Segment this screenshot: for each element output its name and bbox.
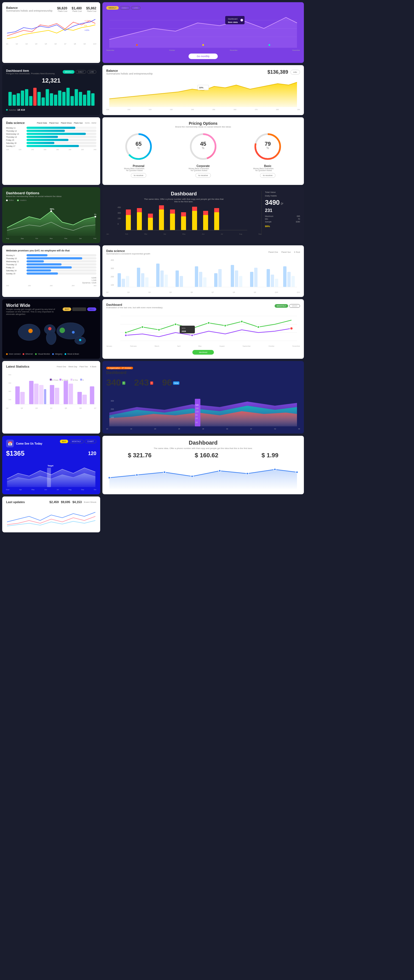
svg-text:E Fine: E Fine xyxy=(73,379,78,381)
pricing-item-1: 65 % Presonal Money Back Guarantee. No Q… xyxy=(123,131,154,178)
svg-rect-65 xyxy=(159,210,164,230)
stat-243-badge: + xyxy=(150,382,153,385)
dashboard-2-title: Dashboard xyxy=(106,303,162,306)
svg-point-119 xyxy=(79,339,81,341)
l5-label: Mood & Brain xyxy=(67,353,79,355)
svg-rect-162 xyxy=(80,379,82,380)
wb-bar-2 xyxy=(27,257,82,259)
svg-text:450: 450 xyxy=(118,207,121,208)
dashboard-item-header: Dashboard item Penguin free downloads. P… xyxy=(6,69,96,75)
webstate-bars: Monday 9 Thursday 10 Wednesday 11 xyxy=(6,254,96,275)
bar-7 xyxy=(27,145,79,147)
webstate-card: Webstate promises you DAT; no employee w… xyxy=(2,245,100,297)
world-input[interactable] xyxy=(72,307,86,311)
tab-buy[interactable]: BUY xyxy=(60,440,68,443)
world-select-btn[interactable]: SELL xyxy=(87,307,96,311)
wb-2 xyxy=(27,257,96,259)
tab-daily-2[interactable]: DAILY xyxy=(76,70,86,74)
svg-rect-15 xyxy=(13,95,16,106)
svg-rect-108 xyxy=(291,276,295,287)
bar-bg-6 xyxy=(27,142,96,144)
svg-point-132 xyxy=(257,326,260,328)
tab-monthly[interactable]: MONTHLY xyxy=(275,304,288,308)
svg-rect-101 xyxy=(250,272,253,287)
svg-text:58%: 58% xyxy=(50,208,54,210)
dashboard-2-subtitle: A deviation of the last one, but with ev… xyxy=(106,306,162,309)
latest-stats-chart: 500 400 300 200 E xyxy=(6,370,96,406)
svg-point-129 xyxy=(207,322,210,324)
data-science-2-title: Data science xyxy=(106,249,150,253)
pricing-3-btn[interactable]: to receive xyxy=(260,173,276,178)
wb-4 xyxy=(27,263,96,266)
svg-rect-72 xyxy=(192,207,197,211)
balance-x-axis: Q1 Q2 Q3 Q4 Q5 Q6 Q7 Q8 Q9 Q10 xyxy=(6,43,96,45)
come-see-title: Come See Us Today xyxy=(16,442,42,445)
svg-text:%: % xyxy=(137,146,140,150)
tab-chart[interactable]: CHART xyxy=(85,440,96,443)
svg-text:E Group: E Group xyxy=(62,379,68,381)
stat-dynamos: Dynamos: 4,626 xyxy=(82,282,96,284)
purple-wave-card: WEEKLY DAILY LIVE Dashboard Item data xyxy=(102,2,304,63)
balance-yellow-card: Balance Summarizes holistic and entrepre… xyxy=(102,65,304,115)
currency-symbol: $ xyxy=(6,450,10,457)
total-value-label: Total Value xyxy=(265,191,300,194)
world-buy-btn[interactable]: BUY xyxy=(63,307,71,311)
ls-col1: Finest One xyxy=(57,366,66,368)
dashboard-2-btn-row: declined xyxy=(106,349,300,355)
legend-readers: readers xyxy=(17,199,27,201)
come-see-tabs: BUY MONTHLY CHART xyxy=(60,440,96,443)
pricing-subtitle: Brand the membership ideas on social net… xyxy=(106,126,300,128)
svg-rect-69 xyxy=(181,216,186,230)
d4-stat-1: $ 321.76 xyxy=(128,452,151,459)
data-science-cols: Planet Data Planet Sun Planet Show Plank… xyxy=(37,122,96,124)
dashboard-options-card: Dashboard Options Brand the membership i… xyxy=(2,187,100,243)
tab-live-2[interactable]: LIVE xyxy=(87,70,96,74)
svg-rect-76 xyxy=(214,208,219,212)
purple-cta-button[interactable]: Go monthly xyxy=(188,54,218,59)
data-science-2-cols: Planet One Planet Sun K Root xyxy=(268,251,300,253)
svg-text:520: 520 xyxy=(196,404,199,406)
wb-bar-7 xyxy=(27,272,58,275)
world-map-svg xyxy=(6,317,96,350)
legend-row-2: Min 70 xyxy=(265,218,300,220)
dashboard-dark-right: Total Value Daily Habits 3490 0² 231 Max… xyxy=(261,191,300,235)
svg-point-184 xyxy=(136,474,138,476)
wb-bar-1 xyxy=(27,254,48,256)
svg-rect-59 xyxy=(126,215,131,230)
svg-rect-25 xyxy=(54,95,57,106)
svg-text:200: 200 xyxy=(8,399,11,401)
tab-weekly-2[interactable]: WEEKLY xyxy=(63,70,75,74)
pricing-1-btn[interactable]: to receive xyxy=(131,173,146,178)
daily-habits-label: Daily Habits xyxy=(265,194,300,197)
svg-rect-22 xyxy=(42,97,45,106)
tab-daily[interactable]: DAILY xyxy=(120,6,130,10)
svg-rect-154 xyxy=(83,395,87,404)
lu-stat2: $9,695 xyxy=(61,500,70,504)
svg-text:%: % xyxy=(202,146,204,150)
legend-min-val: 70 xyxy=(298,218,300,220)
satisfied-value: 18 410 xyxy=(18,108,25,111)
svg-rect-14 xyxy=(8,92,12,106)
svg-rect-87 xyxy=(145,277,148,287)
tab-weekly[interactable]: WEEKLY xyxy=(106,6,119,10)
svg-rect-103 xyxy=(267,269,270,287)
svg-rect-90 xyxy=(164,275,168,287)
svg-rect-20 xyxy=(33,88,37,106)
row-7: Latest Statistics Finest One Week Day Pl… xyxy=(2,361,412,434)
svg-rect-32 xyxy=(83,95,86,106)
pricing-title: Pricing Options xyxy=(106,121,300,126)
balance-stats: $6,620 Plank Cost $1,480 Plank Cost $5,8… xyxy=(57,6,96,12)
dashboard-item-card: Dashboard item Penguin free downloads. P… xyxy=(2,65,100,115)
come-see-numbers: $1365 120 xyxy=(6,450,96,457)
legend-sample-val: 3280 xyxy=(296,221,300,223)
l1-dot xyxy=(6,353,8,355)
stat-3: $5,862 Plank Cost xyxy=(86,6,96,12)
svg-rect-18 xyxy=(25,89,29,106)
pricing-2-btn[interactable]: to receive xyxy=(196,173,211,178)
tab-monthly[interactable]: MONTHLY xyxy=(69,440,84,443)
tab-live[interactable]: LIVE xyxy=(131,6,140,10)
tab-week[interactable]: WEEK xyxy=(289,304,300,308)
balance-info-btn[interactable]: info xyxy=(290,70,300,75)
declined-btn[interactable]: declined xyxy=(193,350,214,355)
legend-4: Allegany xyxy=(52,353,62,355)
